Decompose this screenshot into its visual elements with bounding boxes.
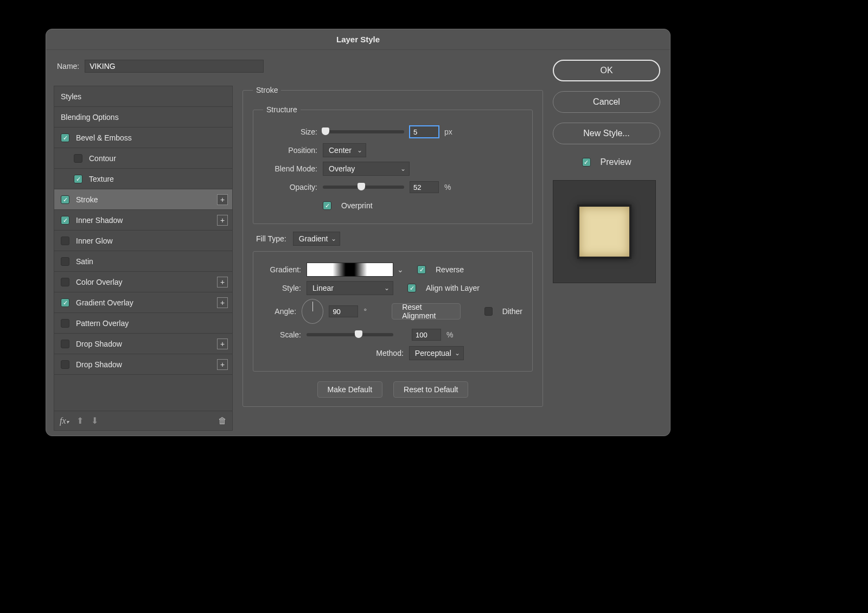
method-label: Method: — [376, 349, 404, 357]
opacity-row: Opacity: % — [263, 178, 522, 196]
opacity-input[interactable] — [410, 181, 439, 193]
effects-footer: fx▾ ⬆ ⬇ 🗑 — [54, 411, 232, 430]
new-style-button[interactable]: New Style... — [553, 123, 660, 144]
angle-dial[interactable] — [302, 299, 323, 324]
effect-item-inner-glow[interactable]: Inner Glow — [54, 231, 232, 251]
effect-checkbox[interactable] — [61, 257, 69, 266]
size-label: Size: — [263, 127, 317, 136]
angle-input[interactable] — [329, 305, 358, 317]
fx-icon[interactable]: fx▾ — [60, 416, 69, 426]
position-label: Position: — [263, 146, 317, 155]
effect-label: Inner Glow — [76, 231, 113, 251]
grad-style-select[interactable]: Linear — [307, 281, 393, 295]
dither-checkbox[interactable] — [484, 307, 492, 316]
scale-input[interactable] — [412, 329, 441, 341]
effect-checkbox[interactable] — [61, 278, 69, 286]
scale-unit: % — [446, 330, 453, 339]
gradient-row: Gradient: Reverse — [263, 260, 522, 279]
angle-row: Angle: ° Reset Alignment Dither — [263, 297, 522, 325]
reset-default-button[interactable]: Reset to Default — [393, 381, 468, 398]
layer-name-input[interactable] — [85, 60, 264, 73]
effect-item-contour[interactable]: Contour — [54, 148, 232, 169]
effect-label: Contour — [89, 148, 116, 169]
add-effect-icon[interactable]: + — [217, 339, 228, 349]
effect-label: Pattern Overlay — [76, 313, 129, 334]
effect-checkbox[interactable] — [61, 340, 69, 348]
effect-label: Inner Shadow — [76, 210, 123, 231]
add-effect-icon[interactable]: + — [217, 297, 228, 308]
move-down-icon[interactable]: ⬇ — [91, 416, 98, 426]
blendmode-select[interactable]: Overlay — [323, 162, 410, 176]
reverse-label: Reverse — [436, 265, 464, 274]
scale-row: Scale: % — [263, 325, 522, 344]
move-up-icon[interactable]: ⬆ — [76, 416, 84, 426]
effect-item-inner-shadow[interactable]: Inner Shadow+ — [54, 210, 232, 231]
filltype-row: Fill Type: Gradient — [256, 232, 533, 246]
cancel-button[interactable]: Cancel — [553, 91, 660, 113]
effect-checkbox[interactable] — [74, 154, 82, 163]
add-effect-icon[interactable]: + — [217, 359, 228, 370]
blending-options-header[interactable]: Blending Options — [54, 107, 232, 127]
effect-item-pattern-overlay[interactable]: Pattern Overlay — [54, 313, 232, 334]
effect-checkbox[interactable] — [61, 319, 69, 328]
effects-list: Styles Blending Options Bevel & EmbossCo… — [54, 86, 233, 431]
effect-label: Bevel & Emboss — [76, 127, 132, 148]
gradient-swatch[interactable] — [307, 263, 393, 277]
filltype-select[interactable]: Gradient — [293, 232, 341, 246]
gradient-label: Gradient: — [263, 265, 301, 274]
effect-checkbox[interactable] — [61, 298, 69, 307]
stroke-legend: Stroke — [253, 86, 281, 94]
blending-options-label: Blending Options — [61, 107, 119, 127]
style-row: Style: Linear Align with Layer — [263, 279, 522, 297]
preview-tile — [577, 205, 631, 259]
ok-button[interactable]: OK — [553, 60, 660, 81]
add-effect-icon[interactable]: + — [217, 215, 228, 226]
size-input[interactable] — [410, 126, 439, 138]
effect-checkbox[interactable] — [61, 195, 69, 204]
styles-header[interactable]: Styles — [54, 86, 232, 107]
reset-alignment-button[interactable]: Reset Alignment — [392, 303, 461, 320]
effect-checkbox[interactable] — [61, 237, 69, 245]
make-default-button[interactable]: Make Default — [317, 381, 382, 398]
layer-style-dialog: Layer Style Name: Styles Blending Option… — [46, 29, 671, 436]
trash-icon[interactable]: 🗑 — [218, 416, 227, 426]
name-label: Name: — [57, 62, 79, 71]
align-label: Align with Layer — [426, 284, 480, 292]
angle-unit: ° — [363, 307, 367, 316]
dither-label: Dither — [502, 307, 522, 316]
effect-item-stroke[interactable]: Stroke+ — [54, 189, 232, 210]
method-select[interactable]: Perceptual — [409, 346, 464, 360]
effect-label: Texture — [89, 169, 114, 189]
effect-item-bevel-emboss[interactable]: Bevel & Emboss — [54, 127, 232, 148]
effect-item-drop-shadow[interactable]: Drop Shadow+ — [54, 334, 232, 354]
effect-item-gradient-overlay[interactable]: Gradient Overlay+ — [54, 292, 232, 313]
blendmode-row: Blend Mode: Overlay — [263, 159, 522, 178]
overprint-checkbox[interactable] — [323, 201, 331, 210]
preview-canvas — [553, 180, 656, 283]
align-checkbox[interactable] — [407, 284, 416, 292]
add-effect-icon[interactable]: + — [217, 277, 228, 288]
opacity-slider[interactable] — [323, 186, 404, 189]
effect-item-satin[interactable]: Satin — [54, 251, 232, 272]
effect-item-color-overlay[interactable]: Color Overlay+ — [54, 272, 232, 292]
main-panel: Stroke Structure Size: px Position: Cent… — [242, 86, 543, 431]
styles-header-label: Styles — [61, 86, 81, 107]
effect-item-drop-shadow[interactable]: Drop Shadow+ — [54, 354, 232, 375]
preview-checkbox[interactable] — [582, 158, 591, 167]
effect-checkbox[interactable] — [61, 360, 69, 369]
effect-checkbox[interactable] — [61, 216, 69, 225]
effect-item-texture[interactable]: Texture — [54, 169, 232, 189]
scale-slider[interactable] — [307, 333, 393, 336]
size-slider[interactable] — [323, 130, 404, 133]
dialog-body: Name: Styles Blending Options Bevel & Em… — [46, 50, 670, 436]
grad-style-label: Style: — [263, 284, 301, 292]
position-select[interactable]: Center — [323, 143, 366, 157]
effect-checkbox[interactable] — [74, 175, 82, 183]
structure-group: Structure Size: px Position: Center Blen… — [253, 105, 533, 224]
name-row: Name: — [57, 60, 264, 73]
reverse-checkbox[interactable] — [417, 265, 426, 274]
add-effect-icon[interactable]: + — [217, 194, 228, 205]
defaults-row: Make Default Reset to Default — [253, 381, 533, 398]
effect-checkbox[interactable] — [61, 133, 69, 142]
effect-label: Satin — [76, 251, 93, 272]
